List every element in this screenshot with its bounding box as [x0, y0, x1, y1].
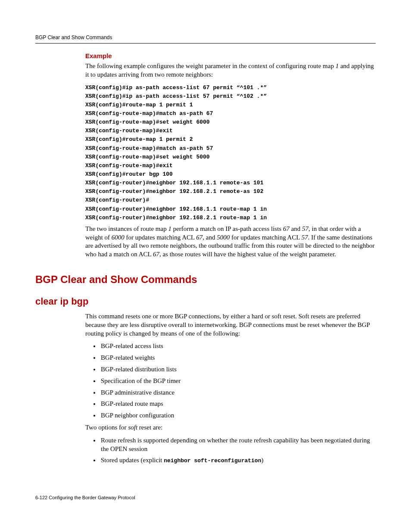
val: 57 — [302, 234, 308, 241]
example-post-text: The two instances of route map 1 perform… — [85, 225, 376, 259]
val: 67 — [153, 251, 159, 258]
text: for updates matching ACL — [125, 234, 196, 241]
list-item: BGP-related distribution lists — [100, 365, 376, 374]
text: Two options for — [85, 424, 128, 431]
soft-reset-intro: Two options for soft reset are: — [85, 423, 376, 432]
text: ) — [261, 457, 263, 464]
running-head: BGP Clear and Show Commands — [35, 34, 376, 44]
command-heading: clear ip bgp — [35, 296, 376, 307]
list-item: Route refresh is supported depending on … — [100, 436, 376, 454]
list-item: Specification of the BGP timer — [100, 377, 376, 386]
val: 67 — [283, 225, 290, 232]
text: The two instances of route map — [85, 225, 168, 232]
text: and — [290, 225, 302, 232]
val: 57 — [302, 225, 308, 232]
example-heading: Example — [85, 52, 376, 59]
command-intro: This command resets one or more BGP conn… — [85, 312, 376, 338]
soft-reset-options-list: Route refresh is supported depending on … — [85, 436, 376, 465]
example-code: XSR(config)#ip as-path access-list 67 pe… — [85, 84, 376, 222]
example-intro: The following example configures the wei… — [85, 62, 376, 79]
text: reset are: — [137, 424, 162, 431]
text: , and — [202, 234, 217, 241]
soft-em: soft — [128, 424, 137, 431]
section-heading: BGP Clear and Show Commands — [35, 274, 376, 286]
list-item: BGP-related weights — [100, 354, 376, 362]
text: Stored updates (explicit — [101, 457, 164, 464]
list-item: BGP administrative distance — [100, 389, 376, 397]
text: for updates matching ACL — [230, 234, 302, 241]
page: BGP Clear and Show Commands Example The … — [0, 0, 411, 517]
val: 6000 — [112, 234, 125, 241]
text: The following example configures the wei… — [85, 62, 336, 69]
text: perform a match on IP as-path access lis… — [171, 225, 283, 232]
list-item: Stored updates (explicit neighbor soft-r… — [100, 456, 376, 465]
list-item: BGP-related access lists — [100, 342, 376, 351]
list-item: BGP neighbor configuration — [100, 411, 376, 420]
reset-conditions-list: BGP-related access lists BGP-related wei… — [85, 342, 376, 420]
text: , as those routes will have the highest … — [159, 251, 336, 258]
example-block: Example The following example configures… — [85, 52, 376, 259]
page-footer: 6-122 Configuring the Border Gateway Pro… — [35, 495, 376, 500]
val: 67 — [196, 234, 202, 241]
inline-code: neighbor soft-reconfiguration — [164, 457, 261, 464]
command-body: This command resets one or more BGP conn… — [85, 312, 376, 465]
val: 5000 — [217, 234, 230, 241]
val: 1 — [168, 225, 171, 232]
list-item: BGP-related route maps — [100, 400, 376, 408]
